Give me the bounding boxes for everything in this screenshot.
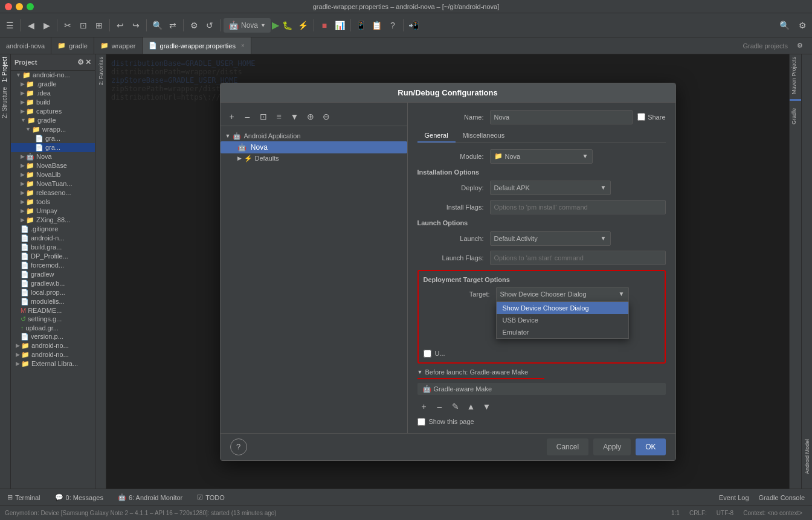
target-option-show-device[interactable]: Show Device Chooser Dialog (497, 302, 628, 314)
tree-item-gitignore[interactable]: 📄 .gitignore (11, 225, 95, 234)
remove-launch-button[interactable]: – (433, 400, 446, 413)
gradle-tab[interactable]: Gradle (790, 106, 801, 127)
tree-item-local-prop[interactable]: 📄 local.prop... (11, 288, 95, 297)
editor-settings-button[interactable]: ⚙ (793, 39, 807, 53)
general-tab[interactable]: General (417, 129, 456, 143)
cut-button[interactable]: ✂ (60, 18, 75, 33)
tab-gradle-wrapper-properties[interactable]: 📄 gradle-wrapper.properties × (143, 37, 251, 54)
android-monitor-tab[interactable]: 🤖 6: Android Monitor (115, 493, 185, 501)
tab-android-nova[interactable]: android-nova (0, 37, 51, 54)
name-input[interactable] (490, 110, 633, 124)
replace-button[interactable]: ⇄ (166, 18, 180, 33)
remove-config-button[interactable]: – (241, 110, 254, 123)
project-settings-icon[interactable]: ⚙ (77, 58, 84, 66)
structure-panel-tab[interactable]: 2: Structure (0, 85, 10, 121)
tree-item-settings-g[interactable]: ↺ settings.g... (11, 315, 95, 324)
terminal-tab[interactable]: ⊞ Terminal (5, 493, 43, 501)
filter-config-button[interactable]: ▼ (288, 110, 301, 123)
debug-button[interactable]: 🐛 (280, 18, 295, 33)
configuration-selector[interactable]: 🤖 Nova ▼ (224, 18, 271, 33)
tree-item-gra1[interactable]: 📄 gra... (11, 134, 95, 143)
minimize-button[interactable] (16, 3, 23, 10)
copy-config-button[interactable]: ⊡ (257, 110, 270, 123)
tree-item-readme[interactable]: M README... (11, 306, 95, 315)
tree-item-wrapper-folder[interactable]: ▼ 📁 wrapp... (11, 125, 95, 134)
position-indicator[interactable]: 1:1 (666, 510, 685, 516)
run-button[interactable]: ▶ (272, 19, 279, 31)
install-flags-input[interactable] (490, 200, 666, 214)
target-dropdown[interactable]: Show Device Chooser Dialog ▼ (496, 287, 629, 301)
device-button[interactable]: 📲 (407, 18, 421, 33)
tree-item-external-lib[interactable]: ▶ 📁 External Libra... (11, 359, 95, 368)
tree-item-upload-gr[interactable]: ↑ upload.gr... (11, 324, 95, 332)
share-checkbox[interactable] (637, 113, 645, 121)
tree-item-umpay[interactable]: ▶ 📁 Umpay (11, 207, 95, 216)
gradle-projects-tab[interactable]: Gradle projects (738, 42, 793, 50)
redo-button[interactable]: ↪ (129, 18, 143, 33)
tree-item-build-gra[interactable]: 📄 build.gra... (11, 243, 95, 252)
tree-item-version-p[interactable]: 📄 version.p... (11, 332, 95, 341)
edit-launch-button[interactable]: ✎ (449, 400, 462, 413)
show-page-checkbox[interactable] (417, 418, 425, 426)
tree-item-releaseno[interactable]: ▶ 📁 releaseno... (11, 188, 95, 197)
tree-item-modulelis[interactable]: 📄 modulelis... (11, 297, 95, 306)
tree-item-android-nova3[interactable]: ▶ 📁 android-no... (11, 350, 95, 359)
tree-item-forcemod[interactable]: 📄 forcemod... (11, 261, 95, 270)
android-model-tab[interactable]: Android Model (804, 437, 811, 477)
tree-item-novatuan[interactable]: ▶ 📁 NovaTuan... (11, 179, 95, 188)
paste-button[interactable]: ⊞ (92, 18, 106, 33)
tree-item-nova[interactable]: ▶ 🤖 Nova (11, 152, 95, 161)
apply-button[interactable]: Apply (593, 438, 631, 455)
launch-dropdown[interactable]: Default Activity ▼ (490, 231, 611, 246)
project-panel-tab[interactable]: 1: Project (0, 54, 10, 85)
cancel-button[interactable]: Cancel (547, 438, 588, 455)
use-same-device-checkbox[interactable] (424, 350, 431, 358)
stop-button[interactable]: ■ (317, 18, 332, 33)
add-config-button[interactable]: + (225, 110, 239, 123)
undo-button[interactable]: ↩ (113, 18, 127, 33)
tab-close-icon[interactable]: × (241, 42, 245, 49)
tree-item-android-nova-root[interactable]: ▼ 📁 android-no... (11, 71, 95, 80)
maximize-button[interactable] (27, 3, 34, 10)
add-launch-button[interactable]: + (417, 400, 431, 413)
tree-item-captures-folder[interactable]: ▶ 📁 captures (11, 107, 95, 116)
tree-item-build-folder[interactable]: ▶ 📁 build (11, 98, 95, 107)
close-button[interactable] (5, 3, 12, 10)
deploy-dropdown[interactable]: Default APK ▼ (490, 181, 611, 195)
crlf-indicator[interactable]: CRLF: (685, 510, 712, 516)
tree-item-tools[interactable]: ▶ 📁 tools (11, 197, 95, 207)
favorites-tab[interactable]: 2: Favorites (97, 54, 105, 88)
target-option-emulator[interactable]: Emulator (497, 326, 628, 338)
tree-item-gradle-sub[interactable]: ▼ 📁 gradle (11, 116, 95, 125)
config-android-app-group[interactable]: ▼ 🤖 Android Application (221, 131, 407, 141)
target-option-usb[interactable]: USB Device (497, 314, 628, 326)
config-defaults[interactable]: ▶ ⚡ Defaults (221, 153, 407, 164)
ok-button[interactable]: OK (636, 438, 665, 455)
move-up-launch-button[interactable]: ▲ (465, 400, 478, 413)
sdk-manager-button[interactable]: 📱 (354, 18, 369, 33)
miscellaneous-tab[interactable]: Miscellaneous (456, 129, 512, 143)
tree-item-zxing[interactable]: ▶ 📁 ZXing_88... (11, 216, 95, 225)
sync-button[interactable]: ↺ (202, 18, 217, 33)
help-button-dialog[interactable]: ? (230, 438, 247, 455)
gradle-console-tab[interactable]: Gradle Console (756, 494, 807, 501)
search-everywhere-button[interactable]: 🔍 (777, 18, 791, 33)
copy-button[interactable]: ⊡ (76, 18, 91, 33)
encoding-indicator[interactable]: UTF-8 (712, 510, 738, 516)
build-button[interactable]: ⚙ (187, 18, 201, 33)
menu-button[interactable]: ☰ (2, 18, 17, 33)
move-down-launch-button[interactable]: ▼ (480, 400, 494, 413)
tab-gradle[interactable]: 📁 gradle (51, 37, 94, 54)
tree-item-gra2[interactable]: 📄 gra... (11, 143, 95, 152)
config-nova-selected[interactable]: 🤖 Nova (221, 141, 407, 153)
sort-config-button[interactable]: ≡ (272, 110, 286, 123)
todo-tab[interactable]: ☑ TODO (195, 493, 227, 501)
messages-tab[interactable]: 💬 0: Messages (53, 493, 106, 501)
project-close-icon[interactable]: ✕ (85, 58, 91, 66)
module-dropdown[interactable]: 📁 Nova ▼ (490, 149, 593, 164)
tree-item-gradle-folder[interactable]: ▶ 📁 .gradle (11, 80, 95, 89)
tree-item-gradlew-b[interactable]: 📄 gradlew.b... (11, 279, 95, 288)
collapse-config-button[interactable]: ⊖ (320, 110, 333, 123)
settings-button[interactable]: ⚙ (795, 18, 810, 33)
tree-item-gradlew[interactable]: 📄 gradlew (11, 270, 95, 279)
